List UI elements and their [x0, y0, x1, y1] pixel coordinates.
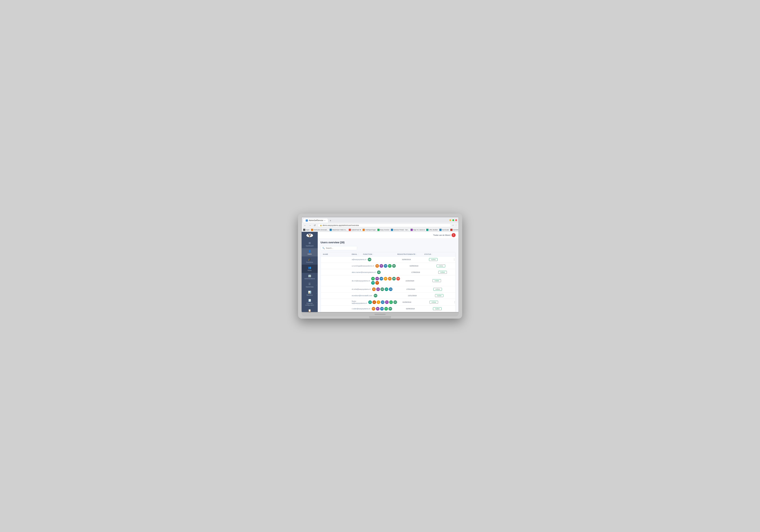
search-input[interactable] [326, 247, 356, 249]
bookmark-easyinvoice[interactable]: Easy Invoice [377, 229, 389, 231]
th-function[interactable]: FUNCTION ↑ [363, 253, 396, 255]
browser-chrome: AdminSelfService × + ← → ↺ 🔒 demo.easysy… [302, 217, 458, 232]
address-bar[interactable]: 🔒 demo.easysystems.app/admin/user/overvi… [317, 224, 451, 227]
sidebar-item-dashboard[interactable]: ⊞ Dashboard [302, 240, 318, 248]
th-name-label: NAME [323, 253, 328, 255]
cell-date-7: 02/05/2019 [406, 308, 432, 310]
cell-actions-4: ⋮ [455, 288, 455, 291]
sidebar: 🦅 ⊞ Dashboard 👤 Users 🎓 Functions 👥 Role… [302, 232, 318, 312]
bookmark-survicate-label: Survicate [442, 229, 449, 231]
table-row[interactable]: fluste-ta@easysystems.nl CO AD ST CM FE … [321, 299, 455, 306]
th-regdate[interactable]: REGISTRATIONDATE ↑ [398, 253, 423, 255]
users-table: NAME EMAIL ↑ FUNCTION ↑ REGIST [321, 252, 455, 312]
cell-functions-4: FA FE EM CO CM [372, 288, 405, 291]
cell-status-6: Active [430, 301, 450, 304]
table-row[interactable]: de.rm@easysystems.nl CC FE CM ST FA EM C… [321, 276, 455, 286]
bookmark-gemini[interactable]: Gemini | New Issues [450, 229, 458, 231]
users-icon: 👤 [308, 250, 311, 253]
sidebar-administrations-label: Administrations [304, 278, 315, 280]
th-email[interactable]: EMAIL ↑ [352, 253, 362, 255]
th-regdate-label: REGISTRATIONDATE [398, 253, 415, 255]
more-options-icon[interactable]: ⋮ [455, 224, 457, 227]
masterdata-icon: ☰ [309, 283, 311, 286]
func-badge-ad: AD [372, 300, 376, 304]
logo-icon: 🦅 [308, 234, 311, 237]
browser-tab-active[interactable]: AdminSelfService × [303, 218, 328, 223]
app-container: 🦅 ⊞ Dashboard 👤 Users 🎓 Functions 👥 Role… [302, 232, 458, 312]
cell-status-0: Active [429, 258, 449, 261]
cell-date-5: 12/11/2019 [408, 294, 434, 296]
forward-button[interactable]: → [308, 224, 312, 227]
search-input-wrapper[interactable]: 🔍 [321, 246, 357, 250]
regdate-sort-icon: ↑ [416, 253, 417, 255]
bookmark-serviceportal[interactable]: Service Portal - Ser... [391, 229, 409, 231]
table-row[interactable]: el.orde@easysystems.nl FA FE EM CO CM 27… [321, 286, 455, 292]
func-badge-cm: CM [380, 277, 383, 281]
bookmark-tavis[interactable]: Sign In | tavis.to [410, 229, 425, 231]
sidebar-item-roles[interactable]: 👥 Roles [302, 265, 318, 273]
bookmark-gemini-icon [450, 229, 452, 231]
func-badge-fe: FE [385, 300, 389, 304]
sidebar-masterdata-label: Masterdata [306, 286, 313, 288]
bookmark-netsuite[interactable]: NetSuite (Innovati... [311, 229, 328, 231]
bookmark-hubspot-label: HubSpot-login [365, 229, 376, 231]
status-badge-7: Active [433, 307, 442, 310]
status-badge-5: Active [435, 294, 444, 297]
new-tab-button[interactable]: + [329, 218, 332, 223]
main-content: Tineke van de Weerd T Users overview (28… [318, 232, 458, 312]
status-badge-2: Active [438, 271, 447, 274]
bookmark-survicate[interactable]: Survicate [439, 229, 449, 231]
status-badge-3: Active [432, 279, 441, 282]
table-row[interactable]: i.ruder@easysystems.nl FA FE CM CC EM 02… [321, 306, 455, 312]
close-button[interactable] [455, 219, 457, 221]
expense-config-arrow-icon: › [316, 302, 317, 303]
bookmark-apps-icon [303, 229, 305, 231]
tab-close-button[interactable]: × [324, 220, 325, 221]
sidebar-item-functions[interactable]: 🎓 Functions [302, 256, 318, 265]
bookmark-star-icon[interactable]: ☆ [452, 224, 454, 227]
cell-date-6: 01/05/2019 [403, 301, 428, 303]
browser-toolbar: ← → ↺ 🔒 demo.easysystems.app/admin/user/… [302, 223, 458, 228]
func-badge-em: EM [377, 270, 381, 274]
cell-status-4: Active [433, 288, 453, 291]
table-row[interactable]: alan.cramer@oceansystems.nl EM 17/05/201… [321, 269, 455, 276]
cell-actions-7: ⋮ [454, 307, 455, 311]
func-badge-cc: CC [384, 307, 388, 311]
row-actions-menu-6[interactable]: ⋮ [453, 300, 455, 304]
reload-button[interactable]: ↺ [313, 224, 316, 227]
bookmark-tavis-label: Sign In | tavis.to [413, 229, 425, 231]
bookmark-hubspot[interactable]: HubSpot-login [362, 229, 376, 231]
administrations-icon: 🏢 [308, 274, 311, 277]
sidebar-item-masterdata[interactable]: ☰ Masterdata › [302, 281, 318, 289]
th-status[interactable]: STATUS ↑ [424, 253, 445, 255]
bookmark-salesfeed-label: SalesFeed ★ [352, 229, 361, 231]
func-badge-em: EM [389, 307, 392, 311]
back-button[interactable]: ← [303, 224, 307, 227]
bookmark-maximizer[interactable]: Maximizer Web Ac... [330, 229, 347, 231]
sidebar-item-contract-config[interactable]: 📋 Contract configuration › [302, 307, 318, 312]
maximize-button[interactable] [452, 219, 454, 221]
sidebar-roles-label: Roles [308, 270, 312, 271]
sidebar-item-statistics[interactable]: 📊 Statistics › [302, 289, 318, 297]
bookmark-salesfeed[interactable]: SalesFeed ★ [349, 229, 361, 231]
bookmark-urlbuilder[interactable]: URL Builder [426, 229, 438, 231]
th-function-label: FUNCTION [363, 253, 372, 255]
sidebar-item-users[interactable]: 👤 Users [302, 248, 318, 256]
table-row[interactable]: a@easysystems.nl EM 02/05/2019 Active ⋮ [321, 256, 455, 263]
sidebar-item-expense-config[interactable]: 🧾 Expense configuration › [302, 297, 318, 307]
status-badge-0: Active [429, 258, 438, 261]
table-row[interactable]: a.nunninga@easysystems.nl FA FE CM CC EM… [321, 263, 455, 269]
minimize-button[interactable] [450, 219, 451, 221]
th-email-label: EMAIL [352, 253, 357, 255]
cell-functions-5: EM [374, 294, 406, 297]
func-badge-fe: FE [375, 277, 379, 281]
sidebar-logo[interactable]: 🦅 [307, 234, 313, 237]
cell-date-4: 27/01/2020 [406, 288, 432, 290]
content-area: Users overview (28) 🔍 NAME [318, 239, 458, 312]
row-actions-menu-0[interactable]: ⋮ [452, 258, 455, 261]
bookmark-serviceportal-label: Service Portal - Ser... [394, 229, 409, 231]
bookmark-apps[interactable]: Apps [303, 229, 310, 231]
sidebar-item-administrations[interactable]: 🏢 Administrations [302, 273, 318, 281]
table-row[interactable]: erundson@innovatelli.com EM 12/11/2019 A… [321, 292, 455, 299]
func-badge-co: CO [368, 300, 372, 304]
